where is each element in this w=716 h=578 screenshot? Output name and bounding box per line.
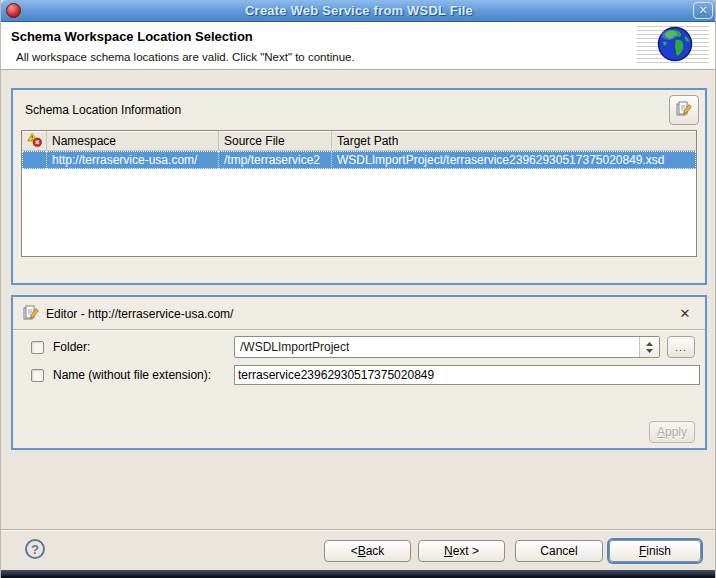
schema-location-panel: Schema Location Information (11, 88, 707, 285)
table-header-row: Namespace Source File Target Path (22, 131, 696, 151)
folder-checkbox[interactable] (31, 341, 44, 354)
row-source-file-cell: /tmp/terraservice2 (219, 151, 332, 169)
spinner-arrows-icon[interactable] (639, 337, 659, 357)
page-title: Schema Workspace Location Selection (11, 29, 253, 44)
schema-locations-table: Namespace Source File Target Path http:/… (21, 130, 697, 257)
target-path-column-header[interactable]: Target Path (332, 131, 696, 150)
next-button[interactable]: Next > (418, 540, 505, 562)
row-status-cell (22, 151, 47, 169)
editor-panel: Editor - http://terraservice-usa.com/ ✕ … (11, 295, 707, 450)
titlebar: Create Web Service from WSDL File ✕ (1, 0, 716, 22)
editor-title: Editor - http://terraservice-usa.com/ (46, 307, 233, 321)
name-checkbox[interactable] (31, 369, 44, 382)
apply-button[interactable]: Apply (649, 421, 695, 443)
folder-combo[interactable]: /WSDLImportProject (234, 336, 660, 358)
edit-schema-button[interactable] (669, 95, 699, 125)
window-close-icon[interactable]: ✕ (693, 2, 713, 19)
finish-button[interactable]: Finish (609, 540, 701, 562)
page-description: All workspace schema locations are valid… (16, 51, 355, 63)
cancel-button[interactable]: Cancel (515, 540, 603, 562)
schema-panel-header: Schema Location Information (13, 90, 705, 128)
folder-combo-value: /WSDLImportProject (235, 340, 639, 354)
editor-header: Editor - http://terraservice-usa.com/ ✕ (13, 297, 705, 330)
globe-icon (655, 24, 695, 67)
editor-edit-icon (23, 305, 39, 324)
help-button[interactable]: ? (25, 539, 45, 559)
button-bar: ? < Back Next > Cancel Finish (1, 531, 716, 570)
status-column-header[interactable] (22, 131, 47, 150)
folder-label: Folder: (53, 340, 90, 354)
error-status-icon (27, 132, 42, 150)
source-file-column-header[interactable]: Source File (219, 131, 332, 150)
name-label: Name (without file extension): (53, 368, 211, 382)
name-input[interactable] (234, 365, 700, 385)
schema-panel-title: Schema Location Information (25, 103, 181, 117)
window-title: Create Web Service from WSDL File (1, 3, 716, 18)
wizard-dialog: Create Web Service from WSDL File ✕ Sche… (0, 0, 716, 578)
row-target-path-cell: WSDLImportProject/terraservice2396293051… (332, 151, 696, 169)
back-button[interactable]: < Back (324, 540, 411, 562)
row-namespace-cell: http://terraservice-usa.com/ (47, 151, 219, 169)
edit-icon (676, 101, 692, 120)
editor-close-icon[interactable]: ✕ (677, 305, 693, 321)
window-bottom-edge (1, 570, 716, 578)
namespace-column-header[interactable]: Namespace (47, 131, 219, 150)
wizard-buttons: < Back Next > Cancel Finish (324, 540, 701, 562)
browse-button[interactable]: ... (667, 336, 695, 358)
window-icon (6, 3, 21, 18)
wizard-banner: Schema Workspace Location Selection All … (1, 22, 716, 70)
table-row[interactable]: http://terraservice-usa.com/ /tmp/terras… (22, 151, 696, 169)
